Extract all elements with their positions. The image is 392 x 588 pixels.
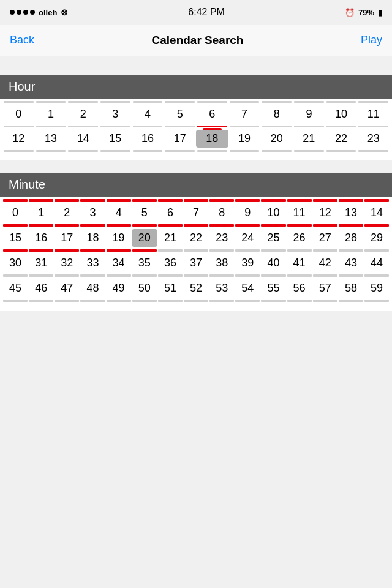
min-cell-17[interactable]: 17 xyxy=(54,229,80,247)
hour-cell-1[interactable]: 1 xyxy=(35,105,67,123)
min-cell-37[interactable]: 37 xyxy=(183,254,209,272)
min-cell-35[interactable]: 35 xyxy=(132,254,157,272)
hour-section: Hour 0 1 2 3 xyxy=(0,75,392,160)
min-cell-27[interactable]: 27 xyxy=(312,229,338,247)
hour-cell-15[interactable]: 15 xyxy=(99,130,132,148)
hour-cell-7[interactable]: 7 xyxy=(228,105,261,123)
hour-cell-12[interactable]: 12 xyxy=(2,130,35,148)
min-cell-32[interactable]: 32 xyxy=(54,254,80,272)
hour-cell-20[interactable]: 20 xyxy=(260,130,293,148)
min-cell-40[interactable]: 40 xyxy=(260,254,286,272)
min-sep-row3-bottom xyxy=(0,272,392,279)
min-cell-38[interactable]: 38 xyxy=(209,254,235,272)
min-cell-34[interactable]: 34 xyxy=(106,254,132,272)
min-cell-30[interactable]: 30 xyxy=(2,254,28,272)
hour-cell-21[interactable]: 21 xyxy=(293,130,325,148)
min-cell-46[interactable]: 46 xyxy=(28,279,54,297)
hour-cell-8[interactable]: 8 xyxy=(260,105,293,123)
signal-dots xyxy=(10,10,35,15)
min-cell-28[interactable]: 28 xyxy=(338,229,364,247)
min-row4: 45 46 47 48 49 50 51 52 53 54 55 56 57 5… xyxy=(0,279,392,297)
hour-cell-0[interactable]: 0 xyxy=(2,105,35,123)
min-cell-8[interactable]: 8 xyxy=(209,204,235,222)
min-cell-13[interactable]: 13 xyxy=(338,204,364,222)
hour-cell-4[interactable]: 4 xyxy=(132,105,164,123)
min-cell-14[interactable]: 14 xyxy=(364,204,390,222)
min-cell-24[interactable]: 24 xyxy=(235,229,260,247)
minute-section: Minute 0 xyxy=(0,173,392,311)
min-cell-50[interactable]: 50 xyxy=(132,279,157,297)
min-cell-0[interactable]: 0 xyxy=(2,204,28,222)
min-cell-21[interactable]: 21 xyxy=(157,229,183,247)
min-cell-3[interactable]: 3 xyxy=(80,204,105,222)
min-cell-33[interactable]: 33 xyxy=(80,254,105,272)
min-cell-57[interactable]: 57 xyxy=(312,279,338,297)
min-cell-59[interactable]: 59 xyxy=(364,279,390,297)
hour-cell-10[interactable]: 10 xyxy=(325,105,358,123)
hour-num-row2: 12 13 14 15 16 17 18 19 20 21 22 23 xyxy=(2,130,390,148)
min-cell-29[interactable]: 29 xyxy=(364,229,390,247)
min-cell-47[interactable]: 47 xyxy=(54,279,80,297)
min-cell-53[interactable]: 53 xyxy=(209,279,235,297)
hour-cell-22[interactable]: 22 xyxy=(325,130,358,148)
min-cell-31[interactable]: 31 xyxy=(28,254,54,272)
play-button[interactable]: Play xyxy=(361,31,382,49)
back-button[interactable]: Back xyxy=(10,31,34,49)
min-num-row2: 15 16 17 18 19 20 21 22 23 24 25 26 27 2… xyxy=(2,229,390,247)
min-cell-11[interactable]: 11 xyxy=(287,204,312,222)
hour-selected-indicator xyxy=(197,126,227,127)
min-cell-20[interactable]: 20 xyxy=(132,229,157,247)
min-cell-22[interactable]: 22 xyxy=(183,229,209,247)
sep-row-hour-mid xyxy=(2,123,390,130)
min-cell-15[interactable]: 15 xyxy=(2,229,28,247)
hour-cell-17[interactable]: 17 xyxy=(164,130,196,148)
min-cell-43[interactable]: 43 xyxy=(338,254,364,272)
min-cell-36[interactable]: 36 xyxy=(157,254,183,272)
min-cell-5[interactable]: 5 xyxy=(132,204,157,222)
min-sep-row2-bottom xyxy=(0,247,392,254)
min-cell-51[interactable]: 51 xyxy=(157,279,183,297)
top-spacer xyxy=(0,56,392,75)
min-cell-44[interactable]: 44 xyxy=(364,254,390,272)
min-cell-25[interactable]: 25 xyxy=(260,229,286,247)
min-cell-39[interactable]: 39 xyxy=(235,254,260,272)
hour-cell-6[interactable]: 6 xyxy=(196,105,228,123)
hour-cell-9[interactable]: 9 xyxy=(293,105,325,123)
sep-row-hour-top xyxy=(2,99,390,105)
min-cell-18[interactable]: 18 xyxy=(80,229,105,247)
hour-cell-3[interactable]: 3 xyxy=(99,105,132,123)
min-cell-6[interactable]: 6 xyxy=(157,204,183,222)
min-cell-48[interactable]: 48 xyxy=(80,279,105,297)
min-cell-56[interactable]: 56 xyxy=(287,279,312,297)
min-cell-9[interactable]: 9 xyxy=(235,204,260,222)
min-cell-52[interactable]: 52 xyxy=(183,279,209,297)
min-cell-12[interactable]: 12 xyxy=(312,204,338,222)
min-cell-23[interactable]: 23 xyxy=(209,229,235,247)
hour-cell-13[interactable]: 13 xyxy=(35,130,67,148)
min-cell-55[interactable]: 55 xyxy=(260,279,286,297)
hour-bottom-sep xyxy=(0,148,392,154)
min-cell-19[interactable]: 19 xyxy=(106,229,132,247)
min-cell-10[interactable]: 10 xyxy=(260,204,286,222)
hour-cell-14[interactable]: 14 xyxy=(67,130,99,148)
min-cell-54[interactable]: 54 xyxy=(235,279,260,297)
min-cell-7[interactable]: 7 xyxy=(183,204,209,222)
min-cell-49[interactable]: 49 xyxy=(106,279,132,297)
min-cell-42[interactable]: 42 xyxy=(312,254,338,272)
hour-cell-18[interactable]: 18 xyxy=(196,130,228,148)
hour-cell-16[interactable]: 16 xyxy=(132,130,164,148)
hour-cell-2[interactable]: 2 xyxy=(67,105,99,123)
min-cell-58[interactable]: 58 xyxy=(338,279,364,297)
hour-cell-11[interactable]: 11 xyxy=(357,105,390,123)
min-cell-26[interactable]: 26 xyxy=(287,229,312,247)
hour-cell-19[interactable]: 19 xyxy=(228,130,261,148)
min-cell-45[interactable]: 45 xyxy=(2,279,28,297)
min-cell-2[interactable]: 2 xyxy=(54,204,80,222)
min-cell-4[interactable]: 4 xyxy=(106,204,132,222)
min-cell-16[interactable]: 16 xyxy=(28,229,54,247)
hour-cell-23[interactable]: 23 xyxy=(357,130,390,148)
min-cell-1[interactable]: 1 xyxy=(28,204,54,222)
min-cell-41[interactable]: 41 xyxy=(287,254,312,272)
hour-num-row1: 0 1 2 3 4 5 6 7 8 9 10 11 xyxy=(2,105,390,123)
hour-cell-5[interactable]: 5 xyxy=(164,105,196,123)
